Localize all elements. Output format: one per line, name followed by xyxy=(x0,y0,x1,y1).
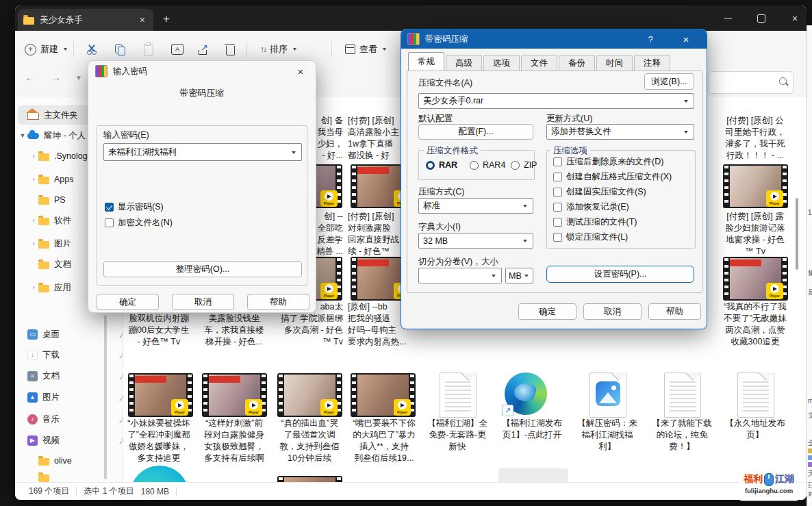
chevron-collapsed-icon[interactable]: › xyxy=(29,240,38,247)
test-files-checkbox[interactable]: 测试压缩的文件(T) xyxy=(553,216,637,228)
share-button[interactable] xyxy=(193,38,214,61)
tab-advanced[interactable]: 高级 xyxy=(446,55,482,71)
show-password-checkbox[interactable]: 显示密码(S) xyxy=(105,201,164,213)
sidebar-item-olive[interactable]: olive xyxy=(18,451,140,470)
file-name[interactable]: “我真的不行了我 不要了”无敌嫩妹 两次高潮，点赞 收藏300追更 xyxy=(718,301,793,348)
volume-unit-select[interactable]: MB ▼ xyxy=(505,268,533,283)
chevron-collapsed-icon[interactable]: › xyxy=(29,176,38,183)
video-thumbnail[interactable]: Player xyxy=(723,257,788,301)
tab-backup[interactable]: 备份 xyxy=(559,55,595,71)
tab-files[interactable]: 文件 xyxy=(521,55,557,71)
volume-size-input[interactable]: ▼ xyxy=(418,268,502,283)
paste-button[interactable] xyxy=(138,38,159,61)
recovery-record-checkbox[interactable]: 添加恢复记录(E) xyxy=(553,201,629,213)
solid-archive-checkbox[interactable]: 创建固实压缩文件(S) xyxy=(553,186,646,198)
help-button[interactable]: 帮助 xyxy=(247,294,309,310)
delete-button[interactable] xyxy=(220,38,240,61)
update-mode-select[interactable]: 添加并替换文件 ▼ xyxy=(546,124,694,140)
dialog-help-button[interactable]: ? xyxy=(638,29,663,49)
delete-files-checkbox[interactable]: 压缩后删除原来的文件(D) xyxy=(553,156,663,168)
tab-general[interactable]: 常规 xyxy=(408,52,444,71)
cancel-button[interactable]: 取消 xyxy=(583,303,642,320)
tab-close-icon[interactable]: × xyxy=(137,14,148,25)
chevron-expanded-icon[interactable]: ▼ xyxy=(18,132,27,139)
copy-button[interactable] xyxy=(110,38,131,61)
minimize-button[interactable] xyxy=(712,5,744,31)
tab-time[interactable]: 时间 xyxy=(596,55,633,71)
video-thumbnail[interactable]: Player xyxy=(277,373,342,417)
chevron-down-icon[interactable]: ▼ xyxy=(683,99,689,104)
set-password-button[interactable]: 设置密码(P)... xyxy=(546,266,694,283)
chevron-collapsed-icon[interactable]: › xyxy=(29,217,38,224)
dictionary-size-select[interactable]: 32 MB ▼ xyxy=(418,233,533,249)
file-name[interactable]: 【福利江湖发布 页1】-点此打开 xyxy=(494,418,570,441)
file-name[interactable]: “这样好刺激”前 段对白露脸健身 女孩极致翘臀， 多支持有后续啊 xyxy=(196,418,272,464)
dialog-close-button[interactable]: × xyxy=(672,29,700,49)
text-file-icon[interactable] xyxy=(737,372,774,418)
app-icon-partial[interactable] xyxy=(130,466,189,483)
chevron-down-icon[interactable]: ▼ xyxy=(490,273,497,279)
sfx-checkbox[interactable]: 创建自解压格式压缩文件(X) xyxy=(553,171,672,183)
chevron-down-icon[interactable]: ▼ xyxy=(290,149,297,155)
image-file-icon[interactable] xyxy=(589,372,626,418)
cut-button[interactable] xyxy=(81,38,103,61)
cancel-button[interactable]: 取消 xyxy=(172,294,234,310)
dialog-close-button[interactable]: × xyxy=(286,61,316,81)
file-name[interactable]: 【来了就能下载 的论坛，纯免 费！】 xyxy=(644,418,720,453)
video-thumbnail[interactable]: Player xyxy=(723,164,788,208)
archive-name-input[interactable]: 美少女杀手0.rar ▼ xyxy=(418,93,694,109)
file-name[interactable]: [付费] [原创] 露 脸少妇旅游记落 地窗求操 - 好色 ™ Tv xyxy=(718,211,793,257)
recent-locations-chevron[interactable]: ▼ xyxy=(75,74,82,81)
file-name[interactable]: [付费] [原创] 公 司里她干行政， 灌多了，我干死 行政！！！ - ... xyxy=(718,115,793,162)
chevron-down-icon[interactable]: ▼ xyxy=(522,238,529,244)
encrypt-names-checkbox[interactable]: 加密文件名(N) xyxy=(105,217,173,229)
sidebar-item-music[interactable]: ♪ 音乐 xyxy=(18,409,129,429)
content-scrollbar[interactable] xyxy=(796,198,798,270)
text-file-icon[interactable] xyxy=(440,372,477,418)
forward-button[interactable]: → xyxy=(51,71,61,83)
sidebar-item-documents[interactable]: ≡ 文档 xyxy=(18,366,129,385)
chevron-collapsed-icon[interactable]: › xyxy=(29,284,38,291)
sidebar-scrollbar[interactable] xyxy=(104,315,107,479)
lock-archive-checkbox[interactable]: 锁定压缩文件(L) xyxy=(553,231,628,243)
tab-options[interactable]: 选项 xyxy=(483,55,520,71)
sidebar-item-videos[interactable]: ▶ 视频 xyxy=(18,431,129,450)
format-rar-radio[interactable]: RAR xyxy=(426,160,457,170)
maximize-button[interactable] xyxy=(746,5,777,31)
browse-button[interactable]: 浏览(B)... xyxy=(644,73,694,90)
new-button[interactable]: + 新建 ▼ xyxy=(19,38,74,61)
tab-comment[interactable]: 注释 xyxy=(634,55,670,71)
compression-method-select[interactable]: 标准 ▼ xyxy=(418,198,533,214)
organize-passwords-button[interactable]: 整理密码(O)... xyxy=(103,261,302,277)
file-name[interactable]: 【解压密码：来 福利江湖找福 利】 xyxy=(570,418,645,453)
sidebar-item-desktop[interactable]: ▭ 桌面 xyxy=(18,325,129,344)
file-name[interactable]: “真的插出血”哭 了最强首次调 教，支持到叁佰 10分钟后续 xyxy=(272,418,347,464)
ok-button[interactable]: 确定 xyxy=(518,303,576,320)
explorer-tab[interactable]: 美少女杀手 × xyxy=(18,9,153,31)
sidebar-item-pictures[interactable]: ▲ 图片 xyxy=(18,388,129,407)
close-button[interactable]: × xyxy=(779,5,807,31)
back-button[interactable]: ← xyxy=(25,71,35,83)
video-thumbnail[interactable]: Player xyxy=(202,373,267,417)
file-name[interactable]: “小妹妹要被操坏 了”全程冲刺魔都 傲娇名媛嗲妹， 多支持追更 xyxy=(123,418,196,464)
chevron-down-icon[interactable]: ▼ xyxy=(522,203,529,209)
chevron-down-icon[interactable]: ▼ xyxy=(683,129,689,135)
chevron-collapsed-icon[interactable]: › xyxy=(29,153,38,160)
file-name[interactable]: 【福利江湖】全 免费-无套路-更 新快 xyxy=(420,418,495,453)
chevron-down-icon[interactable]: ▼ xyxy=(523,273,530,279)
view-button[interactable]: 查看 ▼ xyxy=(340,38,393,61)
format-zip-radio[interactable]: ZIP xyxy=(511,160,537,170)
edge-shortcut-icon[interactable]: ↗ xyxy=(505,372,547,415)
video-thumbnail[interactable]: Player xyxy=(128,373,193,417)
password-input[interactable]: 来福利江湖找福利 ▼ xyxy=(103,143,302,161)
format-rar4-radio[interactable]: RAR4 xyxy=(470,160,505,170)
sort-button[interactable]: ↑↓ 排序 ▼ xyxy=(255,38,303,61)
ok-button[interactable]: 确定 xyxy=(97,294,159,310)
file-name[interactable]: 【永久地址发布 页】 xyxy=(718,418,793,441)
rename-button[interactable]: A xyxy=(166,38,189,61)
search-input[interactable] xyxy=(709,71,794,94)
text-file-icon[interactable] xyxy=(664,372,701,418)
new-tab-button[interactable]: + xyxy=(163,12,170,26)
help-button[interactable]: 帮助 xyxy=(648,303,701,320)
profiles-button[interactable]: 配置(F)... xyxy=(418,124,533,140)
